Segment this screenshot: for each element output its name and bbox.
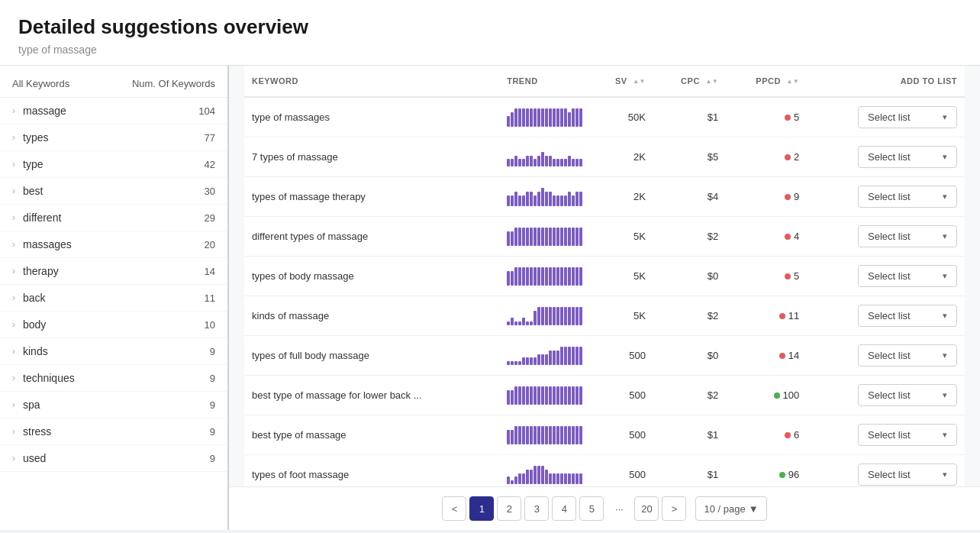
pagination-page-3[interactable]: 3	[524, 496, 549, 521]
sidebar-item[interactable]: › kinds 9	[0, 338, 227, 365]
trend-bar-segment	[522, 357, 525, 365]
ppcd-cell: 6	[726, 415, 807, 455]
sidebar-item[interactable]: › therapy 14	[0, 258, 227, 285]
trend-bar-segment	[572, 386, 575, 405]
pagination-prev[interactable]: <	[442, 496, 466, 521]
trend-bar-segment	[537, 228, 540, 246]
trend-bar-segment	[514, 361, 517, 365]
sidebar-item[interactable]: › techniques 9	[0, 365, 227, 392]
trend-bars	[507, 347, 582, 365]
per-page-chevron-icon: ▼	[749, 503, 759, 515]
select-list-button[interactable]: Select list ▾	[858, 305, 957, 327]
trend-bar-segment	[572, 307, 575, 325]
trend-bar-segment	[568, 473, 571, 484]
trend-bar-segment	[518, 267, 521, 286]
pagination-page-2[interactable]: 2	[497, 496, 521, 521]
trend-bar-segment	[507, 116, 510, 127]
select-list-button[interactable]: Select list ▾	[858, 186, 957, 208]
col-cpc: CPC ▲▼	[653, 66, 726, 97]
select-list-button[interactable]: Select list ▾	[858, 464, 957, 486]
pagination-page-1[interactable]: 1	[469, 496, 494, 521]
pagination-page-5[interactable]: 5	[579, 496, 604, 521]
sidebar-item-count: 9	[210, 453, 215, 464]
chevron-right-icon: ›	[12, 399, 15, 410]
sidebar-item[interactable]: › stress 9	[0, 418, 227, 445]
trend-bar-segment	[526, 357, 529, 365]
select-list-cell: Select list ▾	[807, 177, 965, 217]
trend-bar-segment	[526, 267, 529, 286]
trend-bar-segment	[530, 426, 533, 444]
sidebar-item[interactable]: › types 77	[0, 124, 227, 151]
per-page-button[interactable]: 10 / page ▼	[695, 496, 766, 521]
table-body: type of massages 50K $1 5 Select list ▾ …	[244, 97, 965, 486]
sidebar-item[interactable]: › different 29	[0, 205, 227, 231]
trend-bar-segment	[514, 267, 517, 286]
trend-bar-segment	[541, 354, 544, 365]
chevron-down-icon: ▾	[943, 271, 947, 281]
trend-bar-segment	[568, 228, 571, 246]
page-header: Detailed suggestions overview type of ma…	[0, 0, 980, 66]
select-list-button[interactable]: Select list ▾	[858, 384, 957, 406]
trend-bar-segment	[568, 267, 571, 286]
trend-bar-segment	[522, 386, 525, 405]
trend-bar-segment	[568, 192, 571, 206]
select-list-button[interactable]: Select list ▾	[858, 106, 957, 128]
trend-bar-segment	[537, 426, 540, 444]
trend-bar-segment	[549, 228, 552, 246]
select-list-button[interactable]: Select list ▾	[858, 344, 957, 367]
chevron-down-icon: ▾	[943, 311, 947, 321]
keyword-cell: best type of massage	[244, 415, 499, 455]
sidebar-item[interactable]: › body 10	[0, 312, 227, 338]
pagination-page-4[interactable]: 4	[552, 496, 576, 521]
sidebar-item[interactable]: › best 30	[0, 178, 227, 205]
chevron-right-icon: ›	[12, 239, 15, 250]
cpc-cell: $2	[653, 217, 726, 257]
ppcd-dot-icon	[785, 273, 791, 279]
sidebar-item[interactable]: › massage 104	[0, 98, 227, 124]
trend-bar-segment	[537, 267, 540, 286]
trend-bar-segment	[518, 361, 521, 365]
trend-bar-segment	[530, 357, 533, 365]
trend-bar-segment	[556, 267, 559, 286]
cpc-sort-icon[interactable]: ▲▼	[705, 79, 718, 85]
trend-bar-segment	[507, 430, 510, 444]
sidebar-item-label: types	[23, 131, 205, 144]
sidebar-item[interactable]: › back 11	[0, 285, 227, 312]
table-row: types of full body massage 500 $0 14 Sel…	[244, 336, 965, 376]
pagination-last[interactable]: 20	[634, 496, 659, 521]
select-list-button[interactable]: Select list ▾	[858, 265, 957, 287]
trend-bar-segment	[534, 311, 537, 325]
trend-bar-segment	[549, 192, 552, 206]
sidebar-item[interactable]: › massages 20	[0, 231, 227, 258]
select-list-button[interactable]: Select list ▾	[858, 146, 957, 168]
select-list-button[interactable]: Select list ▾	[858, 424, 957, 446]
trend-bar-segment	[556, 350, 559, 365]
trend-bar-segment	[553, 159, 556, 166]
trend-bar-segment	[522, 195, 525, 206]
col-trend: TREND	[499, 66, 590, 97]
col-sv: SV ▲▼	[590, 66, 653, 97]
sidebar-item-count: 20	[205, 239, 215, 250]
chevron-right-icon: ›	[12, 186, 15, 196]
keyword-cell: types of foot massage	[244, 455, 499, 487]
sidebar-item-count: 77	[205, 132, 215, 144]
trend-bars	[507, 386, 582, 405]
trend-bar-segment	[507, 159, 510, 166]
keyword-cell: 7 types of massage	[244, 137, 499, 177]
trend-bar-segment	[572, 195, 575, 206]
sv-sort-icon[interactable]: ▲▼	[633, 79, 646, 85]
trend-bar-segment	[579, 228, 582, 246]
trend-bar-segment	[579, 159, 582, 166]
trend-bar-segment	[541, 426, 544, 444]
table-row: types of massage therapy 2K $4 9 Select …	[244, 177, 965, 217]
pagination-next[interactable]: >	[662, 496, 686, 521]
table-row: best type of massage for lower back ... …	[244, 376, 965, 415]
sidebar-item[interactable]: › spa 9	[0, 392, 227, 418]
trend-bar-segment	[537, 307, 540, 325]
sidebar-item[interactable]: › used 9	[0, 445, 227, 472]
select-list-label: Select list	[868, 231, 911, 242]
sidebar-item-label: best	[23, 185, 205, 197]
sidebar-item[interactable]: › type 42	[0, 151, 227, 178]
select-list-button[interactable]: Select list ▾	[858, 225, 957, 247]
ppcd-sort-icon[interactable]: ▲▼	[786, 79, 799, 85]
